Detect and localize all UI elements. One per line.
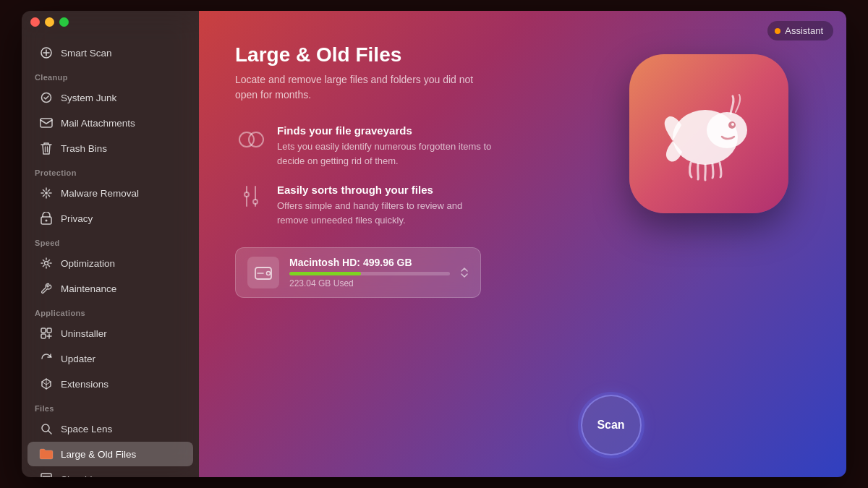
sidebar-item-label: Extensions <box>61 379 109 390</box>
title-bar <box>22 11 846 33</box>
svg-point-15 <box>731 123 734 126</box>
sidebar-item-label: System Junk <box>61 93 116 103</box>
sidebar-item-optimization[interactable]: Optimization <box>27 251 193 275</box>
optimization-icon <box>39 256 54 270</box>
sidebar-item-extensions[interactable]: Extensions <box>27 372 193 396</box>
sidebar-item-updater[interactable]: Updater <box>27 346 193 371</box>
updater-icon <box>39 351 54 366</box>
sidebar-item-label: Mail Attachments <box>61 118 135 129</box>
shredder-icon <box>39 472 54 477</box>
sidebar-item-label: Malware Removal <box>61 188 139 199</box>
extensions-icon <box>39 377 54 391</box>
svg-rect-8 <box>47 328 51 333</box>
folder-icon <box>39 447 54 461</box>
graveyards-desc: Lets you easily identify numerous forgot… <box>277 140 494 168</box>
sidebar-item-mail-attachments[interactable]: Mail Attachments <box>27 111 193 135</box>
svg-point-5 <box>46 220 48 222</box>
sidebar-item-label: Trash Bins <box>61 143 107 154</box>
app-icon <box>629 54 788 213</box>
minimize-button[interactable] <box>45 17 54 27</box>
sidebar: Smart Scan Cleanup System Junk Mail Atta… <box>22 11 199 477</box>
svg-point-3 <box>45 192 48 194</box>
trash-icon <box>39 141 54 155</box>
sidebar-section-speed: Speed <box>22 231 199 250</box>
scan-button[interactable]: Scan <box>581 395 642 455</box>
disk-info: Macintosh HD: 499.96 GB 223.04 GB Used <box>289 257 450 288</box>
main-content: Assistant <box>199 11 846 477</box>
scan-button-wrapper: Scan <box>581 395 642 455</box>
page-subtitle: Locate and remove large files and folder… <box>235 72 481 103</box>
svg-point-17 <box>249 132 263 147</box>
graveyards-title: Finds your file graveyards <box>277 124 494 137</box>
svg-point-6 <box>45 262 48 265</box>
close-button[interactable] <box>30 17 40 27</box>
sidebar-item-large-old-files[interactable]: Large & Old Files <box>27 442 193 466</box>
privacy-icon <box>39 211 54 226</box>
disk-drive-icon <box>247 257 279 288</box>
disk-selector[interactable]: Macintosh HD: 499.96 GB 223.04 GB Used <box>235 247 481 298</box>
svg-point-25 <box>267 272 271 275</box>
sorting-desc: Offers simple and handy filters to revie… <box>277 199 494 227</box>
sidebar-section-cleanup: Cleanup <box>22 66 199 85</box>
sidebar-item-label: Optimization <box>61 258 115 269</box>
sorting-title: Easily sorts through your files <box>277 184 494 196</box>
app-window: Smart Scan Cleanup System Junk Mail Atta… <box>22 11 846 477</box>
sidebar-section-files: Files <box>22 397 199 416</box>
chevron-updown-icon <box>460 267 469 278</box>
uninstaller-icon <box>39 326 54 341</box>
sidebar-item-label: Smart Scan <box>61 48 112 59</box>
sidebar-item-privacy[interactable]: Privacy <box>27 206 193 231</box>
sidebar-item-label: Large & Old Files <box>61 449 136 460</box>
svg-point-13 <box>707 112 747 148</box>
disk-usage-bar <box>289 272 450 275</box>
disk-bar-fill <box>289 272 361 275</box>
malware-icon <box>39 186 54 200</box>
sidebar-item-smart-scan[interactable]: Smart Scan <box>27 40 193 65</box>
mail-icon <box>39 116 54 130</box>
fullscreen-button[interactable] <box>59 17 69 27</box>
svg-rect-9 <box>41 334 46 338</box>
sidebar-item-malware-removal[interactable]: Malware Removal <box>27 181 193 205</box>
disk-used-label: 223.04 GB Used <box>289 278 450 288</box>
maintenance-icon <box>39 281 54 296</box>
sidebar-item-label: Shredder <box>61 474 101 478</box>
sidebar-item-uninstaller[interactable]: Uninstaller <box>27 321 193 346</box>
disk-name: Macintosh HD: 499.96 GB <box>289 257 450 268</box>
sidebar-item-trash-bins[interactable]: Trash Bins <box>27 136 193 160</box>
sidebar-item-label: Maintenance <box>61 283 116 294</box>
sidebar-section-protection: Protection <box>22 161 199 180</box>
svg-rect-2 <box>41 119 52 127</box>
smart-scan-icon <box>39 46 54 60</box>
space-lens-icon <box>39 421 54 436</box>
sidebar-item-maintenance[interactable]: Maintenance <box>27 276 193 301</box>
graveyards-icon <box>235 124 265 155</box>
sorting-icon <box>235 184 265 214</box>
graveyards-text: Finds your file graveyards Lets you easi… <box>277 124 494 168</box>
sidebar-item-label: Uninstaller <box>61 328 107 339</box>
sidebar-item-label: Privacy <box>61 213 93 224</box>
sidebar-item-space-lens[interactable]: Space Lens <box>27 416 193 441</box>
sidebar-item-label: Space Lens <box>61 424 112 435</box>
sidebar-item-system-junk[interactable]: System Junk <box>27 85 193 110</box>
svg-rect-7 <box>41 328 46 333</box>
system-junk-icon <box>39 90 54 105</box>
sorting-text: Easily sorts through your files Offers s… <box>277 184 494 227</box>
sidebar-section-applications: Applications <box>22 301 199 320</box>
sidebar-item-shredder[interactable]: Shredder <box>27 467 193 477</box>
sidebar-item-label: Updater <box>61 354 95 364</box>
